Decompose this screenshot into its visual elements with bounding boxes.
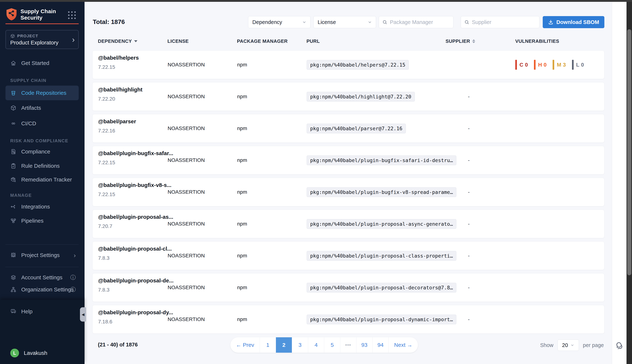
column-header-license: LICENSE <box>168 38 189 44</box>
sidebar-item-label: Account Settings <box>21 274 62 280</box>
chevron-right-icon: › <box>72 36 75 44</box>
page-button[interactable]: 1 <box>260 337 276 353</box>
license-value: NOASSERTION <box>168 210 205 238</box>
sidebar-item-label: Artifacts <box>21 105 41 111</box>
info-icon[interactable]: ⓘ <box>70 287 76 292</box>
table-row[interactable]: @babel/highlight 7.22.20 NOASSERTION npm… <box>92 82 604 111</box>
apps-grid-icon[interactable] <box>68 11 76 20</box>
vulnerability-badge: C0 <box>515 60 528 70</box>
sidebar-item-label: Get Started <box>21 60 49 66</box>
user-menu[interactable]: L Lavakush <box>6 347 79 359</box>
sidebar-item-label: Compliance <box>21 148 50 155</box>
sidebar-item-project-settings[interactable]: Project Settings › <box>6 249 79 261</box>
package-manager-value: npm <box>237 210 247 238</box>
feedback-chat-icon[interactable] <box>615 342 624 351</box>
sidebar-item-remediation-tracker[interactable]: Remediation Tracker <box>6 174 79 186</box>
table-row[interactable]: @babel/parser 7.22.16 NOASSERTION npm pk… <box>92 114 604 143</box>
page-scrollbar[interactable] <box>626 2 632 364</box>
layers-gear-icon <box>10 274 16 280</box>
sidebar-item-compliance[interactable]: Compliance <box>6 146 79 158</box>
user-name: Lavakush <box>24 350 47 356</box>
table-row[interactable]: @babel/plugin-proposal-dy... 7.18.6 NOAS… <box>92 305 604 334</box>
dependency-version: 7.22.16 <box>98 128 115 134</box>
supplier-value: - <box>450 242 487 270</box>
sidebar-item-cicd[interactable]: CI/CD <box>6 118 79 129</box>
license-filter-select[interactable]: License <box>314 16 376 28</box>
dependency-filter-select[interactable]: Dependency <box>248 16 310 28</box>
page-button[interactable]: 5 <box>324 337 340 353</box>
purl-chip[interactable]: pkg:npm/%40babel/plugin-bugfix-v8-spread… <box>307 187 456 197</box>
sort-desc-icon <box>134 40 138 42</box>
purl-cell: pkg:npm/%40babel/plugin-proposal-decorat… <box>307 274 456 302</box>
sidebar-item-help[interactable]: ? Help <box>6 306 79 317</box>
package-manager-search-input[interactable] <box>390 19 450 25</box>
section-label-risk-compliance: RISK AND COMPLIANCE <box>10 138 68 144</box>
package-manager-value: npm <box>237 114 247 142</box>
sidebar-item-integrations[interactable]: Integrations <box>6 201 79 212</box>
pipelines-icon <box>10 218 16 224</box>
sidebar-item-pipelines[interactable]: Pipelines <box>6 215 79 227</box>
page-button[interactable]: ← Prev <box>230 337 260 353</box>
sidebar-collapse-handle[interactable]: ◀ <box>80 307 86 322</box>
purl-chip[interactable]: pkg:npm/%40babel/plugin-proposal-async-g… <box>307 219 456 229</box>
severity-bar <box>552 60 554 70</box>
table-row[interactable]: @babel/plugin-proposal-as... 7.20.7 NOAS… <box>92 210 604 238</box>
dependency-name: @babel/plugin-bugfix-v8-s... <box>98 182 172 188</box>
info-icon[interactable]: ⓘ <box>70 275 76 280</box>
supplier-value: - <box>450 274 487 302</box>
scrollbar-thumb[interactable] <box>627 29 631 275</box>
total-count: Total: 1876 <box>93 18 125 26</box>
page-size-control: Show 20 per page <box>540 339 604 351</box>
project-selector[interactable]: PROJECT Product Exploratory › <box>6 30 79 49</box>
section-label-manage: MANAGE <box>10 193 32 198</box>
page-button[interactable]: 2 <box>276 337 292 353</box>
severity-count: 3 <box>563 62 566 68</box>
table-row[interactable]: @babel/helpers 7.22.15 NOASSERTION npm p… <box>92 50 604 79</box>
page-button[interactable]: ••• <box>340 337 356 353</box>
table-row[interactable]: @babel/plugin-bugfix-safar... 7.22.15 NO… <box>92 146 604 174</box>
vulnerabilities-cell: C0 H0 M3 <box>515 51 584 79</box>
column-header-dependency[interactable]: DEPENDENCY <box>98 38 138 44</box>
package-manager-value: npm <box>237 242 247 270</box>
purl-chip[interactable]: pkg:npm/%40babel/plugin-bugfix-safari-id… <box>307 156 456 165</box>
dependency-version: 7.22.15 <box>98 64 115 70</box>
purl-cell: pkg:npm/%40babel/parser@7.22.16 <box>307 114 406 142</box>
supplier-value: - <box>450 178 487 206</box>
page-button[interactable]: 94 <box>372 337 389 353</box>
sidebar-item-artifacts[interactable]: Artifacts <box>6 102 79 114</box>
supplier-search-input[interactable] <box>472 19 536 25</box>
page-size-select[interactable]: 20 <box>558 340 579 351</box>
column-header-supplier[interactable]: SUPPLIER <box>446 38 475 44</box>
purl-cell: pkg:npm/%40babel/plugin-bugfix-v8-spread… <box>307 178 456 206</box>
table-row[interactable]: @babel/plugin-proposal-cl... 7.8.3 NOASS… <box>92 242 604 270</box>
main-content: Total: 1876 Dependency License Download … <box>84 2 612 364</box>
supplier-value: - <box>450 305 487 334</box>
sidebar-item-code-repositories[interactable]: Code Repositories <box>6 86 79 100</box>
purl-chip[interactable]: pkg:npm/%40babel/parser@7.22.16 <box>307 124 406 133</box>
supplier-value: - <box>450 210 487 238</box>
chevron-down-icon <box>368 20 372 24</box>
page-button[interactable]: Next → <box>389 337 418 353</box>
sidebar-divider <box>6 244 79 244</box>
page-button[interactable]: 4 <box>308 337 324 353</box>
purl-chip[interactable]: pkg:npm/%40babel/plugin-proposal-dynamic… <box>307 314 456 324</box>
license-value: NOASSERTION <box>168 82 205 111</box>
severity-count: 0 <box>525 62 528 68</box>
sidebar-item-get-started[interactable]: Get Started <box>6 57 79 69</box>
purl-chip[interactable]: pkg:npm/%40babel/highlight@7.22.20 <box>307 92 415 102</box>
license-value: NOASSERTION <box>168 274 205 302</box>
license-value: NOASSERTION <box>168 146 205 174</box>
sidebar-item-account-settings[interactable]: Account Settings ⓘ <box>6 272 79 283</box>
purl-chip[interactable]: pkg:npm/%40babel/plugin-proposal-class-p… <box>307 251 456 261</box>
download-sbom-button[interactable]: Download SBOM <box>543 16 604 28</box>
severity-letter: H <box>538 62 542 68</box>
table-row[interactable]: @babel/plugin-bugfix-v8-s... 7.22.15 NOA… <box>92 178 604 206</box>
purl-chip[interactable]: pkg:npm/%40babel/helpers@7.22.15 <box>307 60 409 70</box>
purl-chip[interactable]: pkg:npm/%40babel/plugin-proposal-decorat… <box>307 283 456 292</box>
page-button[interactable]: 93 <box>356 337 372 353</box>
sidebar-item-organization-settings[interactable]: Organization Settings ⓘ <box>6 284 79 296</box>
dependency-version: 7.20.7 <box>98 223 112 229</box>
page-button[interactable]: 3 <box>292 337 308 353</box>
sidebar-item-rule-definitions[interactable]: Rule Definitions <box>6 160 79 172</box>
table-row[interactable]: @babel/plugin-proposal-de... 7.8.3 NOASS… <box>92 273 604 302</box>
